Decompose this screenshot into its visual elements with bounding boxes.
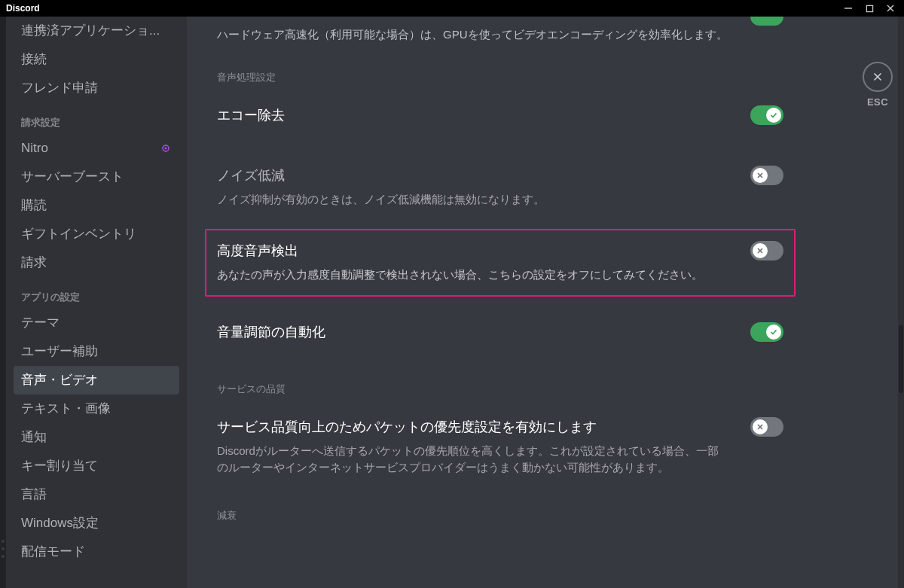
window-titlebar: Discord: [0, 0, 904, 17]
sidebar-item-gift-inventory[interactable]: ギフトインベントリ: [14, 220, 179, 248]
section-qos: サービスの品質: [217, 382, 783, 396]
setting-qos-priority: サービス品質向上のためパケットの優先度設定を有効にします Discordがルータ…: [217, 408, 783, 483]
right-gutter: ESC: [814, 17, 904, 588]
setting-desc: Discordがルーターへ送信するパケットの優先順位を高くします。これが設定され…: [217, 443, 729, 476]
setting-noise-reduction: ノイズ低減 ノイズ抑制が有効のときは、ノイズ低減機能は無効になります。: [217, 157, 783, 215]
sidebar-item-text-images[interactable]: テキスト・画像: [14, 395, 179, 423]
sidebar-item-accessibility[interactable]: ユーザー補助: [14, 337, 179, 366]
setting-title: 音量調節の自動化: [217, 323, 325, 341]
svg-rect-1: [866, 5, 872, 11]
sidebar-item-friend-requests[interactable]: フレンド申請: [14, 74, 179, 102]
guild-rail: [0, 17, 6, 588]
check-icon: [766, 108, 781, 123]
sidebar-item-connections[interactable]: 接続: [14, 45, 179, 74]
sidebar-item-streamer-mode[interactable]: 配信モード: [14, 538, 179, 566]
settings-sidebar: 連携済アプリケーショ... 接続 フレンド申請 請求設定 Nitro サーバーブ…: [6, 17, 187, 588]
section-attenuation: 減衰: [217, 509, 783, 522]
setting-auto-gain-control: 音量調節の自動化: [217, 313, 783, 349]
settings-main: ハードウェア高速化（利用可能な場合）は、GPUを使ってビデオエンコーディングを効…: [187, 17, 814, 588]
setting-title: ノイズ低減: [217, 166, 285, 184]
nitro-icon: [160, 142, 172, 154]
sidebar-item-windows-settings[interactable]: Windows設定: [14, 509, 179, 538]
close-icon: [863, 62, 893, 92]
echo-toggle[interactable]: [750, 105, 783, 125]
section-audio-processing: 音声処理設定: [217, 71, 783, 84]
sidebar-item-server-boost[interactable]: サーバーブースト: [14, 163, 179, 191]
close-button[interactable]: [880, 1, 901, 16]
noise-toggle[interactable]: [750, 166, 783, 185]
sidebar-item-billing[interactable]: 請求: [14, 248, 179, 277]
setting-title: 高度音声検出: [217, 242, 298, 260]
window-controls: [838, 1, 901, 16]
app-title: Discord: [6, 3, 40, 14]
setting-title: エコー除去: [217, 106, 285, 124]
main-scrollbar[interactable]: [898, 17, 904, 588]
highlighted-setting-advanced-voice-detect: 高度音声検出 あなたの声が入力感度自動調整で検出されない場合、こちらの設定をオフ…: [205, 229, 796, 297]
sidebar-section-app: アプリの設定: [14, 277, 179, 309]
maximize-button[interactable]: [859, 1, 880, 16]
sidebar-item-linked-apps[interactable]: 連携済アプリケーショ...: [14, 17, 179, 45]
setting-echo-cancellation: エコー除去: [217, 96, 783, 133]
sidebar-item-keybinds[interactable]: キー割り当て: [14, 452, 179, 480]
scrollbar-thumb[interactable]: [899, 325, 903, 393]
app-frame: 連携済アプリケーショ... 接続 フレンド申請 請求設定 Nitro サーバーブ…: [0, 17, 904, 588]
hardware-accel-toggle-peek[interactable]: [750, 17, 783, 26]
svg-point-5: [165, 148, 167, 150]
auto-gain-toggle[interactable]: [750, 322, 783, 342]
check-icon: [766, 324, 781, 340]
minimize-button[interactable]: [838, 1, 859, 16]
sidebar-item-subscriptions[interactable]: 購読: [14, 191, 179, 220]
x-icon: [753, 168, 768, 183]
x-icon: [753, 419, 768, 434]
x-icon: [753, 243, 768, 258]
sidebar-item-voice-video[interactable]: 音声・ビデオ: [14, 366, 179, 395]
hardware-accel-desc: ハードウェア高速化（利用可能な場合）は、GPUを使ってビデオエンコーディングを効…: [217, 26, 783, 44]
sidebar-item-appearance[interactable]: テーマ: [14, 309, 179, 337]
esc-label: ESC: [851, 96, 904, 108]
sidebar-item-language[interactable]: 言語: [14, 480, 179, 509]
advanced-voice-detect-toggle[interactable]: [750, 241, 783, 260]
close-settings[interactable]: ESC: [851, 62, 904, 108]
sidebar-item-notifications[interactable]: 通知: [14, 423, 179, 452]
sidebar-section-billing: 請求設定: [14, 102, 179, 134]
sidebar-item-nitro[interactable]: Nitro: [14, 134, 179, 163]
qos-toggle[interactable]: [750, 417, 783, 437]
setting-title: サービス品質向上のためパケットの優先度設定を有効にします: [217, 418, 597, 436]
setting-desc: あなたの声が入力感度自動調整で検出されない場合、こちらの設定をオフにしてみてくだ…: [217, 267, 729, 283]
setting-desc: ノイズ抑制が有効のときは、ノイズ低減機能は無効になります。: [217, 191, 729, 208]
